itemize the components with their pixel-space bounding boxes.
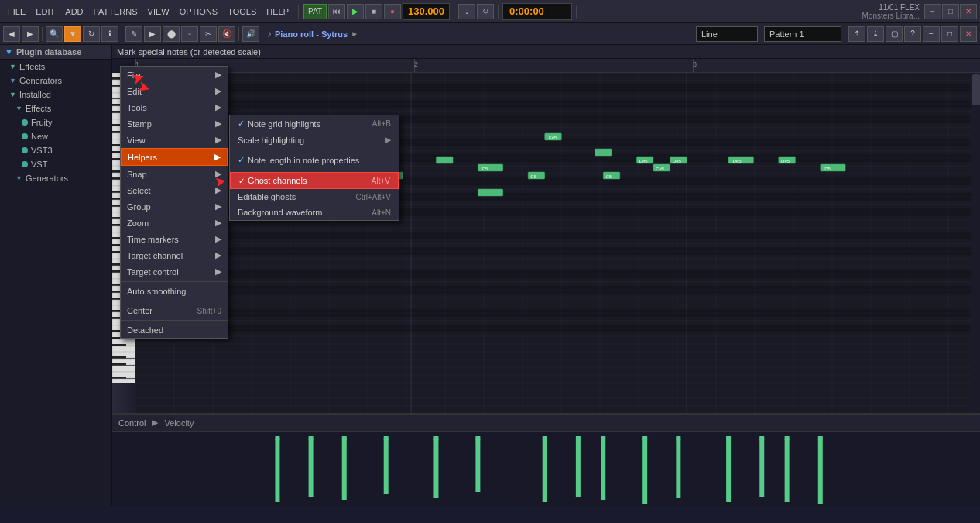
menu-patterns[interactable]: PATTERNS <box>89 4 142 19</box>
eraser-icon[interactable]: ▫ <box>181 26 198 42</box>
sm-editable-shortcut: Ctrl+Alt+V <box>355 193 391 201</box>
cm-select-arrow: ▶ <box>215 185 221 195</box>
cm-zoom-arrow: ▶ <box>215 218 221 228</box>
svg-point-148 <box>676 437 680 442</box>
menu-add[interactable]: ADD <box>60 4 87 19</box>
sidebar-vst3[interactable]: VST3 <box>0 143 111 157</box>
sm-background-waveform[interactable]: Background waveform Alt+N <box>230 205 399 220</box>
cm-center[interactable]: Center Shift+0 <box>121 303 228 318</box>
cm-tools[interactable]: Tools ▶ <box>121 99 228 115</box>
sidebar-new[interactable]: New <box>0 129 111 143</box>
cm-time-markers[interactable]: Time markers ▶ <box>121 231 228 247</box>
nav-forward-button[interactable]: ▶ <box>22 26 39 42</box>
svg-rect-95 <box>135 232 971 239</box>
sidebar-effects-2[interactable]: ▼ Effects <box>0 102 111 115</box>
cm-auto-smoothing[interactable]: Auto smoothing <box>121 284 228 299</box>
info-line2: Monsters Libra... <box>862 12 920 20</box>
cm-file[interactable]: File ▶ <box>121 67 228 83</box>
cm-zoom[interactable]: Zoom ▶ <box>121 215 228 231</box>
mixer-icon[interactable]: ▢ <box>886 26 903 42</box>
svg-point-140 <box>543 437 547 442</box>
rewind-button[interactable]: ⏮ <box>328 4 345 19</box>
cm-edit[interactable]: Edit ▶ <box>121 83 228 99</box>
control-label: Control <box>118 418 146 428</box>
maximize-button[interactable]: □ <box>942 4 959 19</box>
cm-tools-arrow: ▶ <box>215 102 221 112</box>
cm-target-control[interactable]: Target control ▶ <box>121 263 228 280</box>
metronome-icon[interactable]: ♩ <box>458 4 475 19</box>
sidebar-effects-1[interactable]: ▼ Effects <box>0 60 111 74</box>
help-icon-2[interactable]: ? <box>904 26 921 42</box>
cm-group[interactable]: Group ▶ <box>121 198 228 215</box>
menu-file[interactable]: FILE <box>3 4 30 19</box>
minimize-button[interactable]: − <box>924 4 941 19</box>
cm-detached[interactable]: Detached <box>121 322 228 338</box>
cm-helpers[interactable]: Helpers ▶ <box>121 148 228 166</box>
sidebar-installed[interactable]: ▼ Installed <box>0 88 111 102</box>
sm-editable-ghosts[interactable]: Editable ghosts Ctrl+Alt+V <box>230 189 399 205</box>
sidebar-effects-2-label: Effects <box>26 104 51 113</box>
svg-text:C#5: C#5 <box>656 167 665 171</box>
plugin-database-header[interactable]: ▼ Plugin database <box>0 45 111 60</box>
pr-minimize[interactable]: − <box>923 26 940 42</box>
cm-center-shortcut: Shift+0 <box>197 307 221 315</box>
cm-stamp[interactable]: Stamp ▶ <box>121 115 228 132</box>
helpers-submenu: ✓ Note grid highlights Alt+B Scale highl… <box>229 115 399 221</box>
close-button[interactable]: ✕ <box>960 4 977 19</box>
velocity-area[interactable] <box>112 432 980 506</box>
bpm-display[interactable]: 130.000 <box>403 3 450 20</box>
svg-rect-80 <box>112 379 135 383</box>
cm-file-arrow: ▶ <box>215 70 221 80</box>
stamp-icon[interactable]: ⬤ <box>163 26 180 42</box>
menu-edit[interactable]: EDIT <box>31 4 60 19</box>
pr-close[interactable]: ✕ <box>960 26 977 42</box>
cm-helpers-label: Helpers <box>128 153 157 162</box>
sm-scale-highlighting[interactable]: Scale highlighting ▶ <box>230 132 399 148</box>
search-button[interactable]: 🔍 <box>46 26 63 42</box>
sidebar-fruity-label: Fruity <box>31 118 53 127</box>
svg-rect-108 <box>595 149 612 156</box>
stop-button[interactable]: ■ <box>365 4 382 19</box>
cm-target-channel[interactable]: Target channel ▶ <box>121 247 228 263</box>
pattern-display[interactable]: Pattern 1 <box>764 26 841 42</box>
loop-icon[interactable]: ↻ <box>477 4 494 19</box>
record-button[interactable]: ● <box>384 4 401 19</box>
line-display[interactable]: Line <box>696 26 758 42</box>
cm-view[interactable]: View ▶ <box>121 132 228 148</box>
pat-button[interactable]: PAT <box>303 4 327 19</box>
menu-help[interactable]: HELP <box>262 4 293 19</box>
menu-options[interactable]: OPTIONS <box>175 4 223 19</box>
refresh-button[interactable]: ↻ <box>83 26 100 42</box>
control-header: Control ▶ Velocity <box>112 415 980 432</box>
vertical-scrollbar[interactable] <box>971 73 980 413</box>
svg-point-152 <box>759 437 764 442</box>
cm-select[interactable]: Select ▶ <box>121 182 228 198</box>
select-icon[interactable]: ▶ <box>144 26 161 42</box>
sidebar-vst[interactable]: VST <box>0 157 111 171</box>
info-button[interactable]: ℹ <box>101 26 118 42</box>
svg-point-134 <box>384 437 389 442</box>
pr-maximize[interactable]: □ <box>941 26 958 42</box>
svg-rect-77 <box>112 366 135 372</box>
cut-icon[interactable]: ✂ <box>200 26 217 42</box>
svg-point-138 <box>475 437 480 442</box>
import-icon[interactable]: ⇣ <box>867 26 884 42</box>
sidebar-generators[interactable]: ▼ Generators <box>0 74 111 88</box>
nav-back-button[interactable]: ◀ <box>3 26 20 42</box>
note-length-checkmark: ✓ <box>238 155 245 165</box>
play-button[interactable]: ▶ <box>347 4 364 19</box>
sidebar-fruity[interactable]: Fruity <box>0 115 111 129</box>
sm-note-grid-highlights[interactable]: ✓ Note grid highlights Alt+B <box>230 115 399 132</box>
export-icon[interactable]: ⇡ <box>848 26 865 42</box>
mute-icon[interactable]: 🔇 <box>218 26 235 42</box>
dropdown-button[interactable]: ▼ <box>64 26 81 42</box>
cm-snap[interactable]: Snap ▶ <box>121 166 228 182</box>
menu-tools[interactable]: TOOLS <box>223 4 261 19</box>
sm-note-length[interactable]: ✓ Note length in note properties <box>230 152 399 168</box>
pencil-icon[interactable]: ✎ <box>125 26 142 42</box>
menu-view[interactable]: VIEW <box>143 4 174 19</box>
sidebar-generators-sub[interactable]: ▼ Generators <box>0 171 111 185</box>
speaker-icon[interactable]: 🔊 <box>242 26 259 42</box>
sm-ghost-channels[interactable]: ✓ Ghost channels Alt+V <box>230 172 399 189</box>
svg-text:D5: D5 <box>824 167 831 171</box>
